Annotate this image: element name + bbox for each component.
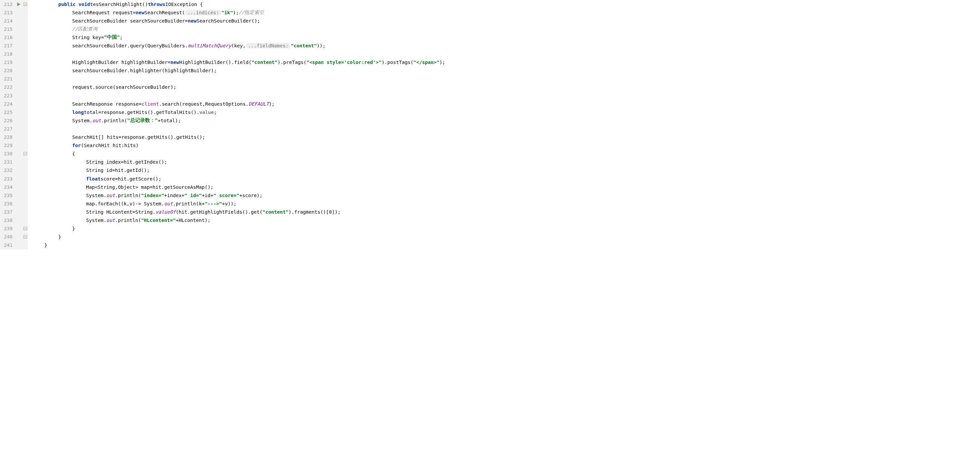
code-token: "ik" (221, 10, 233, 15)
code-token: ); (439, 60, 445, 65)
code-token: +score); (239, 193, 262, 198)
code-token: ).postTags( (382, 60, 413, 65)
code-token: public void (58, 2, 90, 7)
line-number: 228 (0, 135, 14, 140)
code-line[interactable]: SearchHit[] hits=response.getHits().getH… (30, 133, 980, 141)
code-line[interactable] (30, 75, 980, 83)
code-token: 0 (329, 209, 332, 215)
line-number: 223 (0, 93, 14, 99)
fold-column[interactable] (22, 152, 28, 155)
code-line[interactable]: { (30, 150, 980, 158)
code-line[interactable]: } (30, 233, 980, 241)
gutter-row: 235 (0, 191, 28, 199)
fold-column[interactable] (22, 3, 28, 6)
code-line[interactable]: searchSourceBuilder.highlighter(highligh… (30, 67, 980, 75)
line-number: 216 (0, 35, 14, 40)
gutter-row: 220 (0, 67, 28, 75)
line-number: 217 (0, 43, 14, 48)
code-token: SearchSourceBuilder searchSourceBuilder= (72, 18, 188, 24)
line-number: 238 (0, 218, 14, 223)
code-token: "content" (262, 209, 289, 215)
code-token: //指定索引 (239, 9, 264, 16)
line-number: 226 (0, 118, 14, 123)
code-token: out (106, 193, 115, 198)
fold-start-icon[interactable] (24, 3, 27, 6)
code-token: Map<String,Object> map=hit.getSourceAsMa… (86, 184, 213, 190)
code-token: .println(k+ (173, 201, 205, 207)
gutter-row: 213 (0, 8, 28, 17)
fold-end-icon[interactable] (24, 227, 27, 230)
fold-column[interactable] (22, 227, 28, 230)
code-line[interactable]: System.out.println("index="+index+" id="… (30, 191, 980, 199)
code-token: (SearchHit hit:hits) (81, 143, 139, 148)
code-line[interactable] (30, 50, 980, 58)
fold-end-icon[interactable] (24, 235, 27, 238)
code-token: float (86, 176, 101, 181)
code-line[interactable]: String index=hit.getIndex(); (30, 158, 980, 166)
code-token: HighlightBuilder().field( (179, 60, 251, 65)
line-number: 227 (0, 126, 14, 132)
code-token: HighlightBuilder highlightBuilder= (72, 60, 170, 65)
code-token: ...fieldNames: (247, 43, 290, 48)
code-line[interactable]: searchSourceBuilder.query(QueryBuilders.… (30, 41, 980, 50)
fold-start-icon[interactable] (24, 152, 27, 155)
code-line[interactable]: request.source(searchSourceBuilder); (30, 83, 980, 91)
code-editor[interactable]: public void tesSearchHighlight() throws … (28, 0, 980, 250)
code-line[interactable]: for (SearchHit hit:hits) (30, 141, 980, 150)
code-line[interactable]: Map<String,Object> map=hit.getSourceAsMa… (30, 183, 980, 191)
editor-gutter: 2122132142152162172182192202212222232242… (0, 0, 28, 250)
code-token: ).preTags( (278, 60, 306, 65)
code-line[interactable]: float score=hit.getScore(); (30, 175, 980, 183)
code-line[interactable]: String id=hit.getId(); (30, 166, 980, 175)
code-line[interactable]: SearchResponse response=client.search(re… (30, 100, 980, 108)
code-token: "content" (291, 43, 317, 48)
code-line[interactable]: } (30, 224, 980, 233)
code-line[interactable]: } (30, 241, 980, 250)
line-number: 219 (0, 60, 14, 65)
code-line[interactable]: map.forEach((k,v)-> System.out.println(k… (30, 199, 980, 208)
code-line[interactable] (30, 124, 980, 133)
gutter-row: 230 (0, 150, 28, 158)
gutter-row: 215 (0, 25, 28, 33)
code-token: searchSourceBuilder.highlighter(highligh… (72, 68, 217, 73)
fold-column[interactable] (22, 235, 28, 238)
line-number: 233 (0, 176, 14, 181)
code-token: +index+ (164, 193, 185, 198)
line-number: 214 (0, 18, 14, 24)
gutter-row: 234 (0, 183, 28, 191)
code-token: out (92, 118, 101, 123)
gutter-row: 212 (0, 0, 28, 8)
gutter-row: 232 (0, 166, 28, 175)
gutter-row: 240 (0, 233, 28, 241)
code-line[interactable]: public void tesSearchHighlight() throws … (30, 0, 980, 8)
gutter-row: 231 (0, 158, 28, 166)
line-number: 213 (0, 10, 14, 15)
code-token: //匹配查询 (72, 26, 98, 32)
code-token: ]); (332, 209, 340, 215)
line-number: 241 (0, 242, 14, 248)
code-token: System. (72, 118, 92, 123)
code-line[interactable]: long total=response.getHits().getTotalHi… (30, 108, 980, 116)
code-token: throws (148, 2, 165, 7)
line-number: 234 (0, 184, 14, 190)
code-line[interactable]: System.out.println("HLcontent="+HLconten… (30, 216, 980, 224)
code-line[interactable]: String HLcontent=String.valueOf(hit.getH… (30, 208, 980, 216)
run-icon[interactable] (17, 2, 20, 6)
code-line[interactable]: String key="中国"; (30, 33, 980, 41)
code-line[interactable]: SearchSourceBuilder searchSourceBuilder=… (30, 17, 980, 25)
code-line[interactable]: SearchRequest request=new SearchRequest(… (30, 8, 980, 17)
code-token: } (45, 242, 47, 248)
code-token: =hit.getIndex(); (121, 159, 167, 165)
code-line[interactable]: //匹配查询 (30, 25, 980, 33)
line-number: 221 (0, 76, 14, 81)
code-line[interactable]: HighlightBuilder highlightBuilder=new Hi… (30, 58, 980, 67)
code-line[interactable]: System.out.println("总记录数："+total); (30, 116, 980, 124)
code-token: ).fragments()[ (288, 209, 329, 215)
code-token: score=hit.getScore(); (101, 176, 161, 181)
code-token: " score=" (213, 193, 239, 198)
gutter-row: 229 (0, 141, 28, 150)
code-line[interactable] (30, 91, 980, 100)
code-token: String index (86, 159, 121, 165)
code-token: +id+ (202, 193, 213, 198)
code-token: String HLcontent=String. (86, 209, 156, 215)
